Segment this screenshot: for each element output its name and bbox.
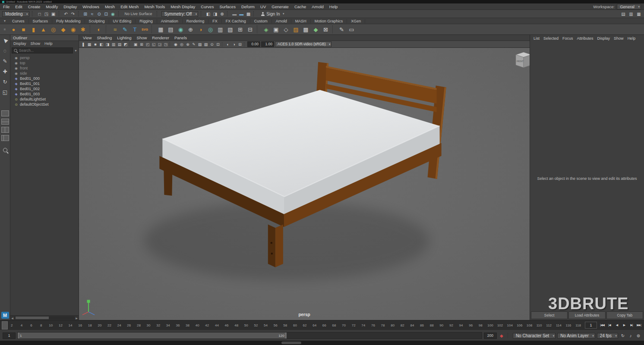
range-slider-trough[interactable]: 1 120: [17, 332, 482, 339]
multi-cut-icon[interactable]: ⊠: [321, 25, 330, 34]
menu-item[interactable]: Mesh Display: [170, 4, 195, 9]
shelf-tab[interactable]: Poly Modeling: [52, 19, 85, 23]
viewport-menu-item[interactable]: Show: [137, 35, 147, 40]
shelf-options-icon[interactable]: ≡: [1, 28, 8, 31]
menu-item[interactable]: Deform: [241, 4, 255, 9]
render-settings-icon[interactable]: ▩: [245, 11, 251, 17]
modeling-toolkit-icon[interactable]: M: [1, 312, 9, 319]
viewport-toolbar-icon[interactable]: ⊞: [139, 42, 144, 47]
symmetry-dropdown[interactable]: Symmetry: Off: [161, 11, 199, 17]
search-box[interactable]: [12, 47, 73, 53]
viewport-toolbar-icon[interactable]: ■: [93, 42, 98, 47]
extrude-icon[interactable]: ◆: [311, 25, 320, 34]
viewport-menu-item[interactable]: Lighting: [117, 35, 131, 40]
shelf-tab[interactable]: Sculpting: [85, 19, 109, 23]
quad-draw-icon[interactable]: ✎: [337, 25, 346, 34]
viewport-toolbar-icon[interactable]: ◑: [231, 42, 237, 47]
tool-icon[interactable]: ✎: [1, 58, 9, 65]
shelf-tab[interactable]: XGen: [347, 19, 365, 23]
shelf-tab[interactable]: Rendering: [183, 19, 209, 23]
tool-icon[interactable]: ◌: [1, 47, 9, 54]
attribute-editor-menu-item[interactable]: Focus: [562, 36, 573, 42]
attribute-editor-menu-item[interactable]: List: [534, 36, 540, 42]
viewport-menu-item[interactable]: Renderer: [152, 35, 169, 40]
outliner-item[interactable]: ⊙ defaultLightSet: [10, 97, 79, 102]
viewport-toolbar-icon[interactable]: ⊕: [185, 42, 190, 47]
shelf-tab[interactable]: Animation: [157, 19, 183, 23]
attribute-editor-toggle-icon[interactable]: ▥: [628, 11, 634, 17]
menu-item[interactable]: UV: [260, 4, 266, 9]
outliner-item[interactable]: ◈ Bed01_003: [10, 91, 79, 97]
step-back-button[interactable]: |◀: [606, 322, 613, 329]
poly-sphere-icon[interactable]: ●: [9, 25, 18, 34]
outliner-item[interactable]: ◉ side: [10, 71, 79, 76]
ipr-render-icon[interactable]: ▬: [238, 11, 244, 17]
time-slider[interactable]: 2468101214161820222426283032343638404244…: [0, 320, 644, 330]
viewport-toolbar-icon[interactable]: ▥: [111, 42, 116, 47]
ngon-grid-icon[interactable]: ▤: [166, 25, 175, 34]
anim-layer-dropdown[interactable]: No Anim Layer: [557, 333, 595, 339]
combine-icon[interactable]: ◈: [262, 25, 271, 34]
viewport-toolbar-icon[interactable]: ✎: [191, 42, 196, 47]
uv-sphere-icon[interactable]: ◉: [176, 25, 185, 34]
grid-add-icon[interactable]: ⊞: [236, 25, 245, 34]
playback-range-handle[interactable]: 1 120: [18, 332, 287, 339]
boolean-icon[interactable]: ◇: [281, 25, 290, 34]
shelf-tab[interactable]: Motion Graphics: [311, 19, 347, 23]
viewport-canvas[interactable]: FRONT persp: [79, 48, 530, 320]
make-live-icon[interactable]: ◉: [110, 11, 116, 17]
layout-two-pane-button[interactable]: [1, 119, 9, 125]
render-current-frame-icon[interactable]: ▬: [231, 11, 237, 17]
search-input[interactable]: [19, 48, 71, 53]
menu-item[interactable]: Display: [63, 4, 77, 9]
type-tool-icon[interactable]: T: [130, 25, 139, 34]
outliner-menu-item[interactable]: Show: [31, 41, 41, 47]
animation-preferences-icon[interactable]: ⊚: [635, 332, 641, 339]
redo-icon[interactable]: ↷: [70, 11, 76, 17]
viewport-toolbar-icon[interactable]: ◰: [145, 42, 150, 47]
viewport-toolbar-icon[interactable]: ◐: [225, 42, 230, 47]
menu-set-dropdown[interactable]: Modeling: [2, 11, 29, 17]
shelf-menu-icon[interactable]: ▾: [1, 19, 8, 23]
zoom-tool-icon[interactable]: [3, 148, 7, 152]
poly-platonic-icon[interactable]: ✱: [79, 25, 88, 34]
shelf-tab[interactable]: Curves: [8, 19, 29, 23]
filter-icon[interactable]: ▼: [74, 49, 77, 52]
viewport-toolbar-icon[interactable]: ▣: [133, 42, 138, 47]
bevel-icon[interactable]: ▨: [291, 25, 300, 34]
attribute-editor-menu-item[interactable]: Help: [628, 36, 636, 42]
outliner-item[interactable]: ◈ Bed01_001: [10, 81, 79, 86]
columns-icon[interactable]: ▥: [216, 25, 225, 34]
exposure-field[interactable]: 0.00: [247, 41, 260, 47]
outliner-menu-item[interactable]: Display: [13, 41, 26, 47]
separate-icon[interactable]: ▣: [271, 25, 281, 34]
uv-torus-icon[interactable]: ◎: [206, 25, 215, 34]
viewport-toolbar-icon[interactable]: ⊙: [209, 42, 215, 47]
shelf-tab[interactable]: Surfaces: [29, 19, 53, 23]
outliner-item[interactable]: ◉ front: [10, 66, 79, 71]
menu-item[interactable]: Edit: [15, 4, 22, 9]
save-scene-icon[interactable]: ▣: [51, 11, 57, 17]
shelf-tab[interactable]: Custom: [250, 19, 272, 23]
snap-to-curve-icon[interactable]: ≈: [89, 11, 95, 17]
viewport-toolbar-icon[interactable]: ◎: [179, 42, 184, 47]
current-frame-field[interactable]: 1: [585, 322, 597, 329]
viewport-toolbar-icon[interactable]: ◧: [99, 42, 104, 47]
current-time-marker[interactable]: [2, 321, 8, 329]
viewport-toolbar-icon[interactable]: ❚: [81, 42, 86, 47]
view-cube[interactable]: FRONT: [516, 52, 530, 68]
outliner-item[interactable]: ◈ Bed01_000: [10, 76, 79, 81]
svg-tool-icon[interactable]: SVG: [140, 25, 149, 34]
layout-outliner-persp-button[interactable]: [1, 135, 9, 141]
shelf-tab[interactable]: FX: [208, 19, 222, 23]
shelf-tab[interactable]: Rigging: [136, 19, 157, 23]
half-sphere-icon[interactable]: ◑: [196, 25, 205, 34]
shelf-tab[interactable]: MASH: [291, 19, 311, 23]
attribute-editor-menu-item[interactable]: Display: [597, 36, 610, 42]
viewport-menu-item[interactable]: View: [83, 35, 92, 40]
construction-history-icon[interactable]: ⊗: [219, 11, 225, 17]
layout-single-pane-button[interactable]: [1, 110, 9, 116]
workspace-dropdown[interactable]: General: [617, 4, 641, 9]
colorspace-dropdown[interactable]: ACES 1.0 SDR-video (sRGB): [275, 41, 331, 47]
viewport-menu-item[interactable]: Panels: [174, 35, 187, 40]
